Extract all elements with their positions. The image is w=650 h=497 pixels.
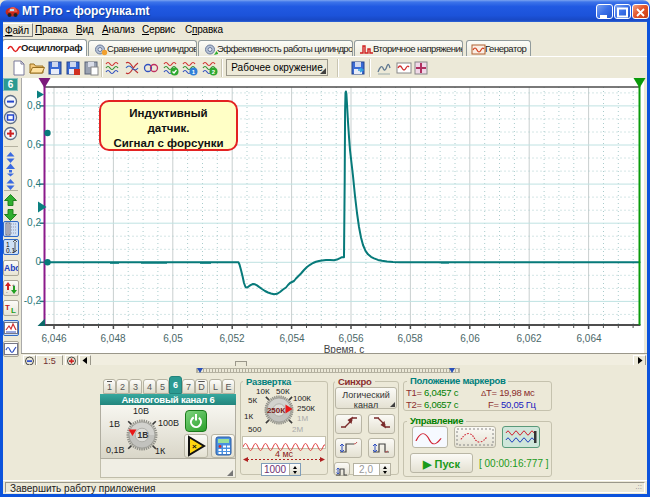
svg-text:Т: Т [5,303,10,312]
svg-text:×: × [192,442,197,451]
svg-text:+: + [12,282,15,288]
svg-text:L: L [11,306,16,315]
svg-text:Abc: Abc [4,263,18,273]
